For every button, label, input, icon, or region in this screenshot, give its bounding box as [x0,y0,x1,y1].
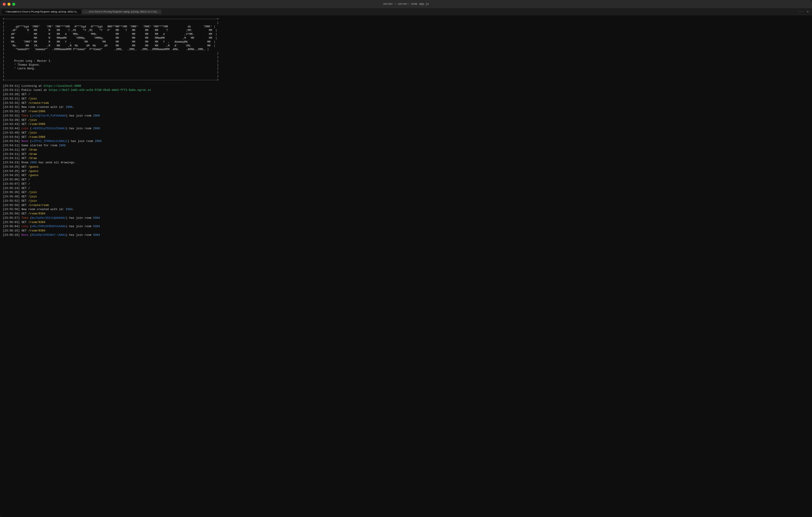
log-line: [23:55:57] Toto (WuJVp8kL8SXJeQmDAAA2) h… [3,216,809,220]
tabs-bar: ~/Documents/Cours/PLong/bignon-wang-plon… [0,8,812,16]
new-tab-button[interactable]: + [805,10,810,14]
log-line: [23:54:11] GET /draw [3,148,809,152]
log-line: [23:54:25] GET /guess [3,169,809,174]
log-line: [23:54:23] Room 2966 has send all drawin… [3,161,809,165]
log-line: [23:55:52] GET /join [3,199,809,203]
log-line: [23:55:24] GET / [3,186,809,191]
log-line: [23:56:15] GET /room/9384 [3,229,809,233]
log-line: [23:56:04] Lolo (nRLoTHRcKFB5W4VkAAAb) h… [3,224,809,229]
log-line: [23:55:56] GET /create/room [3,203,809,208]
log-line: [23:56:03] GET /room/9384 [3,220,809,225]
tab-2[interactable]: ...nts/Cours/PLong/bignon-wang-plong-202… [82,9,161,14]
log-line: [23:53:21] GET /join [3,97,809,101]
log-line: [23:53:54] Nono (LZPYdl_IP0NGdo1CAAAlI) … [3,139,809,144]
log-line: [23:53:32] New room created with id: 296… [3,105,809,110]
log-line: [23:55:48] GET /join [3,195,809,199]
log-line: [23:55:56] GET /room/9384 [3,212,809,216]
terminal-window: server — server: node app.js ~/Documents… [0,0,812,517]
log-line: [23:53:11] Public tunel at https://8e17-… [3,88,809,92]
log-line: [23:53:39] GET /join [3,118,809,122]
log-line: [23:55:56] New room created with id: 938… [3,207,809,212]
log-line: [23:53:32] GET /room/2966 [3,110,809,114]
log-line: [23:53:49] GET /join [3,131,809,135]
log-container: [23:53:11] Listening at https://localhos… [3,84,809,237]
terminal-output[interactable]: +---------------------------------------… [0,16,812,517]
log-line: [23:53:44] Lolo (-K69I6LpfD2dzbZXAAAJ) h… [3,126,809,131]
log-line: [23:55:07] GET / [3,182,809,186]
title-bar: server — server: node app.js [0,0,812,8]
log-line: [23:54:11] GET /draw [3,156,809,161]
log-line: [23:54:11] GET /draw [3,152,809,156]
traffic-lights [3,3,15,6]
log-line: [23:53:32] Toto (jx1hQ7oarM_PuPXbAAAH) h… [3,114,809,118]
tab-overflow[interactable]: ··· [797,10,805,13]
log-line: [23:55:26] GET /join [3,190,809,195]
window-title: server — server: node app.js [383,2,429,6]
log-line: [23:54:25] GET /guess [3,173,809,178]
close-button[interactable] [3,3,6,6]
log-line: [23:56:16] Nono (EEaGOp7bO6UNeY-tAAAd) h… [3,233,809,237]
log-line: [23:53:11] Listening at https://localhos… [3,84,809,88]
log-line: [23:53:32] GET /create/room [3,101,809,106]
log-line: [23:54:25] GET /guess [3,165,809,169]
log-line: [23:53:43] GET /room/2966 [3,122,809,126]
log-line: [23:53:20] GET / [3,92,809,97]
ascii-art: +---------------------------------------… [3,17,809,82]
maximize-button[interactable] [12,3,15,6]
log-line: [23:55:06] GET / [3,178,809,182]
minimize-button[interactable] [7,3,10,6]
log-line: [23:54:11] Game started for room 2966 [3,144,809,148]
log-line: [23:53:54] GET /room/2966 [3,135,809,140]
tab-1[interactable]: ~/Documents/Cours/PLong/bignon-wang-plon… [2,9,81,14]
